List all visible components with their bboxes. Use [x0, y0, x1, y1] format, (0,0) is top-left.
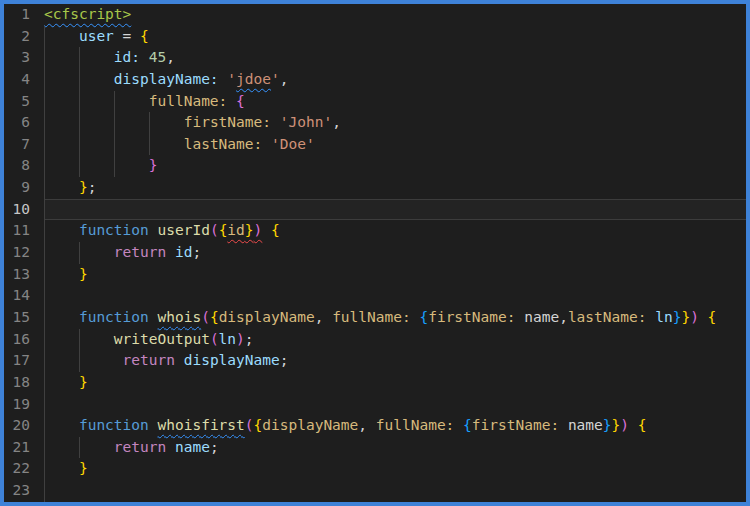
code-line-content[interactable] [44, 199, 746, 221]
code-line[interactable]: 11 function userId({id}) { [4, 220, 746, 242]
code-line-content[interactable] [44, 394, 746, 416]
code-line[interactable]: 1<cfscript> [4, 4, 746, 26]
code-line[interactable]: 3 id: 45, [4, 47, 746, 69]
code-line[interactable]: 14 [4, 285, 746, 307]
code-line[interactable]: 13 } [4, 264, 746, 286]
code-text: <cfscript> [44, 6, 131, 22]
code-text: } [44, 157, 158, 173]
line-number: 20 [4, 415, 30, 437]
code-line-content[interactable]: id: 45, [44, 47, 746, 69]
code-text: }; [44, 179, 96, 195]
code-text: firstName: 'John', [44, 114, 341, 130]
indent-guide [44, 480, 45, 502]
code-line[interactable]: 17 return displayName; [4, 350, 746, 372]
line-number: 18 [4, 372, 30, 394]
code-line[interactable]: 15 function whois({displayName, fullName… [4, 307, 746, 329]
line-number: 7 [4, 134, 30, 156]
code-line[interactable]: 8 } [4, 155, 746, 177]
indent-guide [44, 199, 45, 221]
code-line-content[interactable]: <cfscript> [44, 4, 746, 26]
code-text: return displayName; [44, 352, 288, 368]
code-line[interactable]: 6 firstName: 'John', [4, 112, 746, 134]
line-number: 2 [4, 26, 30, 48]
line-number: 6 [4, 112, 30, 134]
line-number: 13 [4, 264, 30, 286]
line-number: 10 [4, 199, 30, 221]
code-text: fullName: { [44, 93, 245, 109]
code-line-content[interactable]: function whoisfirst({displayName, fullNa… [44, 415, 746, 437]
code-line-content[interactable]: fullName: { [44, 91, 746, 113]
code-line-content[interactable]: }; [44, 177, 746, 199]
line-number: 23 [4, 480, 30, 502]
code-text: lastName: 'Doe' [44, 136, 315, 152]
code-text: return id; [44, 244, 201, 260]
code-line[interactable]: 5 fullName: { [4, 91, 746, 113]
line-number: 1 [4, 4, 30, 26]
code-line[interactable]: 12 return id; [4, 242, 746, 264]
code-line[interactable]: 20 function whoisfirst({displayName, ful… [4, 415, 746, 437]
line-number: 4 [4, 69, 30, 91]
code-editor: 1<cfscript>2 user = {3 id: 45,4 displayN… [0, 0, 750, 506]
code-line-content[interactable]: } [44, 264, 746, 286]
line-number: 15 [4, 307, 30, 329]
code-line[interactable]: 22 } [4, 458, 746, 480]
line-number: 8 [4, 155, 30, 177]
code-line[interactable]: 21 return name; [4, 437, 746, 459]
code-text: return name; [44, 439, 219, 455]
code-text: function whoisfirst({displayName, fullNa… [44, 417, 646, 433]
code-line-content[interactable]: } [44, 458, 746, 480]
code-text: function userId({id}) { [44, 222, 280, 238]
code-line[interactable]: 9 }; [4, 177, 746, 199]
code-line-content[interactable]: } [44, 372, 746, 394]
line-number: 19 [4, 394, 30, 416]
code-text: writeOutput(ln); [44, 331, 254, 347]
code-line[interactable]: 4 displayName: 'jdoe', [4, 69, 746, 91]
line-number: 17 [4, 350, 30, 372]
code-text: } [44, 374, 88, 390]
indent-guide [44, 285, 45, 307]
code-line-content[interactable] [44, 480, 746, 502]
code-text: } [44, 266, 88, 282]
line-number: 12 [4, 242, 30, 264]
code-line[interactable]: 19 [4, 394, 746, 416]
code-line-content[interactable]: } [44, 155, 746, 177]
code-text: user = { [44, 28, 149, 44]
code-line-content[interactable]: return displayName; [44, 350, 746, 372]
indent-guide [44, 394, 45, 416]
code-line-content[interactable]: writeOutput(ln); [44, 329, 746, 351]
code-text: displayName: 'jdoe', [44, 71, 288, 87]
code-line-content[interactable]: firstName: 'John', [44, 112, 746, 134]
code-line[interactable]: 10 [4, 199, 746, 221]
code-line-content[interactable] [44, 285, 746, 307]
code-line-content[interactable]: function whois({displayName, fullName: {… [44, 307, 746, 329]
code-area: 1<cfscript>2 user = {3 id: 45,4 displayN… [4, 4, 746, 502]
code-text: } [44, 460, 88, 476]
line-number: 5 [4, 91, 30, 113]
code-line[interactable]: 23 [4, 480, 746, 502]
line-number: 9 [4, 177, 30, 199]
code-line-content[interactable]: displayName: 'jdoe', [44, 69, 746, 91]
code-text: function whois({displayName, fullName: {… [44, 309, 716, 325]
line-number: 16 [4, 329, 30, 351]
code-line-content[interactable]: return name; [44, 437, 746, 459]
code-line-content[interactable]: lastName: 'Doe' [44, 134, 746, 156]
line-number: 11 [4, 220, 30, 242]
line-number: 3 [4, 47, 30, 69]
line-number: 21 [4, 437, 30, 459]
code-line[interactable]: 16 writeOutput(ln); [4, 329, 746, 351]
code-line-content[interactable]: function userId({id}) { [44, 220, 746, 242]
line-number: 14 [4, 285, 30, 307]
code-text: id: 45, [44, 49, 175, 65]
code-line[interactable]: 18 } [4, 372, 746, 394]
code-line[interactable]: 2 user = { [4, 26, 746, 48]
line-number: 22 [4, 458, 30, 480]
code-line[interactable]: 7 lastName: 'Doe' [4, 134, 746, 156]
code-line-content[interactable]: user = { [44, 26, 746, 48]
code-line-content[interactable]: return id; [44, 242, 746, 264]
